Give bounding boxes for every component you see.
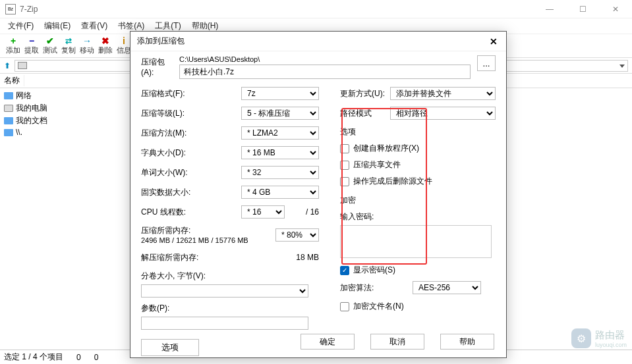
threads-max: / 16 <box>290 207 319 217</box>
computer-icon <box>4 105 13 112</box>
format-select[interactable]: 7z <box>241 87 319 100</box>
tb-extract[interactable]: −提取 <box>22 36 41 55</box>
options-title: 选项 <box>340 126 496 138</box>
ok-button[interactable]: 确定 <box>301 334 355 350</box>
maximize-button[interactable]: ☐ <box>573 3 592 16</box>
archive-name-input[interactable] <box>179 65 471 79</box>
status-c1: 0 <box>76 353 81 362</box>
word-select[interactable]: * 32 <box>241 166 319 179</box>
mem-compress-value: 2496 MB / 12621 MB / 15776 MB <box>141 236 275 244</box>
enc-method-select[interactable]: AES-256 <box>413 281 481 294</box>
status-selection: 选定 1 / 4 个项目 <box>4 351 63 363</box>
app-title: 7-Zip <box>20 5 540 14</box>
status-c2: 0 <box>94 353 99 362</box>
options-button[interactable]: 选项 <box>141 339 199 356</box>
params-input[interactable] <box>141 317 308 330</box>
app-icon: Bz <box>5 4 16 14</box>
enc-method-label: 加密算法: <box>340 282 413 294</box>
sfx-label: 创建自释放程序(X) <box>353 143 419 154</box>
archive-path: C:\Users\ASUS\Desktop\ <box>179 55 471 63</box>
dialog-titlebar: 添加到压缩包 ✕ <box>130 32 506 51</box>
add-to-archive-dialog: 添加到压缩包 ✕ 压缩包(A): C:\Users\ASUS\Desktop\ … <box>130 31 507 358</box>
help-button[interactable]: 帮助 <box>440 334 494 350</box>
method-label: 压缩方法(M): <box>141 128 241 139</box>
browse-button[interactable]: ... <box>477 55 496 71</box>
dict-select[interactable]: * 16 MB <box>241 146 319 159</box>
tb-copy[interactable]: ⇄复制 <box>59 36 78 55</box>
mem-compress-label: 压缩所需内存: <box>141 225 275 236</box>
folder-icon <box>4 117 13 124</box>
delafter-label: 操作完成后删除源文件 <box>353 176 432 187</box>
share-checkbox[interactable] <box>340 161 349 170</box>
tb-move[interactable]: →移动 <box>78 36 96 55</box>
menu-bookmarks[interactable]: 书签(A) <box>113 20 150 32</box>
minimize-button[interactable]: — <box>540 3 560 16</box>
update-select[interactable]: 添加并替换文件 <box>390 87 496 100</box>
showpw-checkbox[interactable]: ✓ <box>340 266 349 275</box>
pathmode-select[interactable]: 相对路径 <box>390 107 496 120</box>
update-label: 更新方式(U): <box>340 88 390 99</box>
menu-edit[interactable]: 编辑(E) <box>39 20 76 32</box>
enc-names-checkbox[interactable] <box>340 302 349 311</box>
up-icon[interactable]: ⬆ <box>4 61 11 70</box>
main-titlebar: Bz 7-Zip — ☐ ✕ <box>0 0 632 18</box>
threads-label: CPU 线程数: <box>141 207 241 218</box>
method-select[interactable]: * LZMA2 <box>241 126 319 140</box>
solid-select[interactable]: * 4 GB <box>241 186 319 199</box>
format-label: 压缩格式(F): <box>141 88 241 99</box>
split-label: 分卷大小, 字节(V): <box>141 271 319 282</box>
solid-label: 固实数据大小: <box>141 187 241 198</box>
mem-pct-select[interactable]: * 80% <box>275 228 319 242</box>
dict-label: 字典大小(D): <box>141 147 241 159</box>
close-button[interactable]: ✕ <box>606 3 625 16</box>
threads-select[interactable]: * 16 <box>241 205 285 219</box>
dialog-title: 添加到压缩包 <box>137 36 488 47</box>
cancel-button[interactable]: 取消 <box>370 334 424 350</box>
params-label: 参数(P): <box>141 303 319 314</box>
showpw-label: 显示密码(S) <box>353 265 395 276</box>
delafter-checkbox[interactable] <box>340 177 349 186</box>
word-label: 单词大小(W): <box>141 167 241 178</box>
col-name[interactable]: 名称 <box>0 75 24 86</box>
enc-names-label: 加密文件名(N) <box>353 301 404 312</box>
menu-file[interactable]: 文件(F) <box>3 20 39 32</box>
menu-help[interactable]: 帮助(H) <box>187 20 224 32</box>
tb-add[interactable]: +添加 <box>4 36 22 55</box>
router-icon: ⚙ <box>571 328 591 348</box>
split-select[interactable] <box>141 284 308 298</box>
password-input[interactable] <box>340 225 492 258</box>
menu-view[interactable]: 查看(V) <box>76 20 113 32</box>
folder-icon <box>4 92 13 99</box>
watermark: ⚙ 路由器luyouqi.com <box>571 328 627 348</box>
dialog-close-button[interactable]: ✕ <box>488 36 500 47</box>
pathmode-label: 路径模式 <box>340 108 390 119</box>
tb-test[interactable]: ✔测试 <box>41 36 59 55</box>
mem-decompress-value: 18 MB <box>296 253 319 262</box>
archive-label: 压缩包(A): <box>141 55 173 77</box>
sfx-checkbox[interactable] <box>340 144 349 153</box>
password-label: 输入密码: <box>340 211 496 222</box>
menu-tools[interactable]: 工具(T) <box>150 20 186 32</box>
mem-decompress-label: 解压缩所需内存: <box>141 252 296 263</box>
share-label: 压缩共享文件 <box>353 159 401 170</box>
encryption-title: 加密 <box>340 195 496 206</box>
tb-delete[interactable]: ✖删除 <box>96 36 115 55</box>
folder-icon <box>4 129 13 136</box>
level-select[interactable]: 5 - 标准压缩 <box>241 107 319 120</box>
computer-icon <box>18 62 27 69</box>
level-label: 压缩等级(L): <box>141 108 241 119</box>
